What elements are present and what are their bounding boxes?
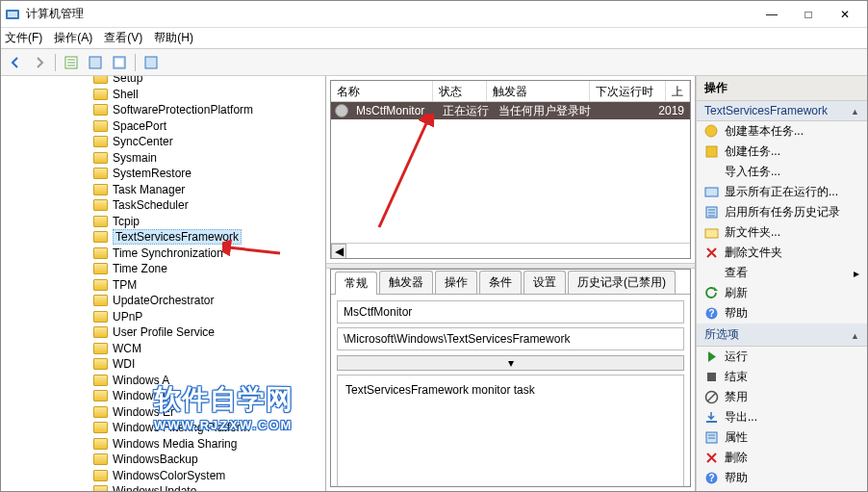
close-button[interactable]: ✕ <box>827 1 863 28</box>
tree-item[interactable]: SpacePort <box>1 118 325 135</box>
tree-item[interactable]: UpdateOrchestrator <box>1 293 325 309</box>
minimize-button[interactable]: — <box>753 1 790 28</box>
tree-item[interactable]: WindowsBackup <box>1 452 325 468</box>
tasks-running-icon <box>704 185 719 199</box>
action-item[interactable]: 刷新 <box>697 283 867 303</box>
menu-view[interactable]: 查看(V) <box>104 30 142 46</box>
col-last[interactable]: 上次 <box>666 81 690 101</box>
tree-item[interactable]: TextServicesFramework <box>1 229 325 246</box>
folder-icon <box>93 453 108 465</box>
folder-icon <box>93 279 108 291</box>
tree-item[interactable]: Sysmain <box>1 150 325 167</box>
field-spinner-down[interactable]: ▾ <box>337 355 684 371</box>
tree-item[interactable]: WCM <box>1 341 325 357</box>
toolbar <box>1 49 867 76</box>
actions-section-1: TextServicesFramework <box>697 101 867 121</box>
help-icon: ? <box>704 471 719 485</box>
collapse-icon[interactable] <box>851 328 859 342</box>
action-item[interactable]: 新文件夹... <box>697 222 867 243</box>
tree-item[interactable]: WindowsUpdate <box>1 483 325 491</box>
tree-item[interactable]: Windows D <box>1 388 325 404</box>
play-icon <box>704 350 719 364</box>
folder-icon <box>93 311 108 323</box>
action-item-label: 帮助 <box>725 470 748 486</box>
tab[interactable]: 常规 <box>335 272 377 295</box>
folder-tree[interactable]: SetupShellSoftwareProtectionPlatformSpac… <box>1 76 325 491</box>
tree-item[interactable]: Task Manager <box>1 182 325 198</box>
menu-action[interactable]: 操作(A) <box>54 30 92 46</box>
action-item[interactable]: 创建任务... <box>697 142 867 162</box>
action-item[interactable]: ?帮助 <box>697 303 867 324</box>
tree-item[interactable]: TaskScheduler <box>1 197 325 214</box>
tree-item[interactable]: Windows A <box>1 373 325 389</box>
tree-item[interactable]: Windows Filtering Platform <box>1 420 325 436</box>
refresh-button[interactable] <box>109 52 130 73</box>
action-item[interactable]: 导出... <box>697 407 867 427</box>
action-item[interactable]: 查看▸ <box>697 263 867 283</box>
tree-item[interactable]: Time Zone <box>1 261 325 277</box>
back-button[interactable] <box>5 52 26 73</box>
show-hide-tree-button[interactable] <box>61 52 82 73</box>
scroll-left-icon[interactable]: ◀ <box>331 244 346 259</box>
tree-item-label: Windows D <box>113 389 171 402</box>
tab[interactable]: 设置 <box>523 271 566 294</box>
tree-item[interactable]: UPnP <box>1 309 325 325</box>
h-scrollbar[interactable]: ◀ <box>331 243 690 258</box>
action-item[interactable]: 删除文件夹 <box>697 243 867 263</box>
blank-icon <box>704 266 719 280</box>
export-icon <box>704 410 719 425</box>
tree-item[interactable]: WindowsColorSystem <box>1 468 325 484</box>
col-next-run[interactable]: 下次运行时间 <box>590 81 666 101</box>
tree-item[interactable]: Setup <box>1 76 325 87</box>
menu-help[interactable]: 帮助(H) <box>154 30 193 46</box>
folder-icon <box>93 231 108 243</box>
tree-item[interactable]: Time Synchronization <box>1 246 325 262</box>
tree-item[interactable]: WDI <box>1 356 325 373</box>
folder-icon <box>93 438 108 450</box>
tree-item[interactable]: TPM <box>1 277 325 294</box>
tab[interactable]: 操作 <box>435 271 477 294</box>
folder-icon <box>93 76 108 84</box>
col-name[interactable]: 名称 <box>331 81 433 101</box>
tab[interactable]: 触发器 <box>379 271 433 294</box>
tree-item-label: Time Zone <box>113 262 167 275</box>
folder-icon <box>93 120 108 132</box>
task-basic-icon <box>704 124 719 139</box>
action-item[interactable]: 导入任务... <box>697 162 867 182</box>
tab[interactable]: 条件 <box>479 271 522 294</box>
col-status[interactable]: 状态 <box>433 81 487 101</box>
tree-item[interactable]: Shell <box>1 87 325 103</box>
collapse-icon[interactable] <box>851 104 859 117</box>
action-item[interactable]: 启用所有任务历史记录 <box>697 202 867 222</box>
action-item[interactable]: 删除 <box>697 448 867 468</box>
folder-icon <box>93 263 108 274</box>
task-row[interactable]: MsCtfMonitor 正在运行 当任何用户登录时 2019 <box>331 102 690 119</box>
toolbar-separator-2 <box>135 54 136 71</box>
folder-icon <box>93 104 108 116</box>
tree-item[interactable]: SyncCenter <box>1 134 325 150</box>
col-triggers[interactable]: 触发器 <box>487 81 589 101</box>
forward-button[interactable] <box>29 52 50 73</box>
action-item-label: 创建基本任务... <box>725 123 804 140</box>
action-item[interactable]: 创建基本任务... <box>697 121 867 142</box>
tree-item[interactable]: Windows Er <box>1 404 325 421</box>
action-item-label: 启用所有任务历史记录 <box>725 204 840 220</box>
svg-point-9 <box>705 125 717 137</box>
action-item[interactable]: ?帮助 <box>697 468 867 488</box>
tab[interactable]: 历史记录(已禁用) <box>568 271 676 294</box>
tree-item[interactable]: Windows Media Sharing <box>1 436 325 453</box>
maximize-button[interactable]: □ <box>790 1 827 28</box>
action-item[interactable]: 结束 <box>697 367 867 387</box>
action-item[interactable]: 禁用 <box>697 387 867 407</box>
tree-item[interactable]: User Profile Service <box>1 324 325 341</box>
help-button[interactable] <box>140 52 162 73</box>
actions-header: 操作 <box>697 76 867 101</box>
tree-item[interactable]: Tcpip <box>1 214 325 230</box>
properties-button[interactable] <box>85 52 106 73</box>
action-item[interactable]: 运行 <box>697 347 867 367</box>
action-item[interactable]: 属性 <box>697 427 867 448</box>
tree-item[interactable]: SystemRestore <box>1 166 325 182</box>
menu-file[interactable]: 文件(F) <box>5 30 42 46</box>
tree-item[interactable]: SoftwareProtectionPlatform <box>1 102 325 118</box>
action-item[interactable]: 显示所有正在运行的... <box>697 182 867 202</box>
